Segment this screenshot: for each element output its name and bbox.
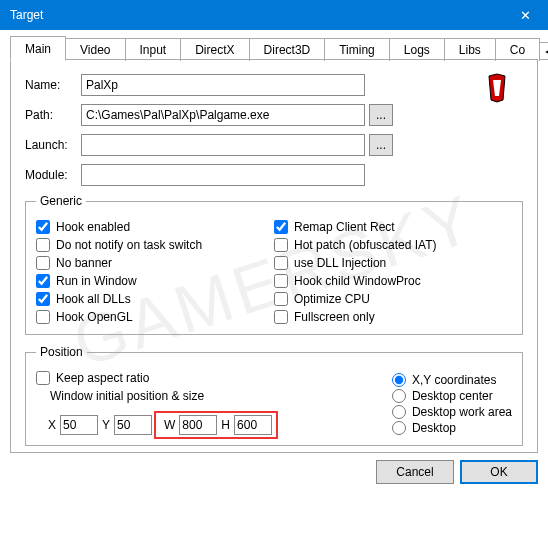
keep-aspect-label: Keep aspect ratio bbox=[56, 371, 149, 385]
path-browse-button[interactable]: ... bbox=[369, 104, 393, 126]
checkbox-right-2[interactable] bbox=[274, 256, 288, 270]
x-label: X bbox=[48, 418, 56, 432]
checkbox-label: Run in Window bbox=[56, 274, 137, 288]
launch-browse-button[interactable]: ... bbox=[369, 134, 393, 156]
tab-more[interactable]: Co bbox=[495, 38, 540, 61]
checkbox-left-5[interactable] bbox=[36, 310, 50, 324]
position-radio-3[interactable] bbox=[392, 421, 406, 435]
w-field[interactable] bbox=[179, 415, 217, 435]
radio-label: Desktop bbox=[412, 421, 456, 435]
ok-button[interactable]: OK bbox=[460, 460, 538, 484]
position-radio-2[interactable] bbox=[392, 405, 406, 419]
size-label: Window initial position & size bbox=[50, 389, 372, 403]
checkbox-label: Hook child WindowProc bbox=[294, 274, 421, 288]
tab-input[interactable]: Input bbox=[125, 38, 182, 61]
position-group: Position Keep aspect ratio Window initia… bbox=[25, 345, 523, 446]
tab-direct3d[interactable]: Direct3D bbox=[249, 38, 326, 61]
tab-libs[interactable]: Libs bbox=[444, 38, 496, 61]
checkbox-right-4[interactable] bbox=[274, 292, 288, 306]
tab-directx[interactable]: DirectX bbox=[180, 38, 249, 61]
module-label: Module: bbox=[25, 168, 81, 182]
w-label: W bbox=[164, 418, 175, 432]
module-field[interactable] bbox=[81, 164, 365, 186]
position-legend: Position bbox=[36, 345, 87, 359]
generic-legend: Generic bbox=[36, 194, 86, 208]
checkbox-label: Do not notify on task switch bbox=[56, 238, 202, 252]
x-field[interactable] bbox=[60, 415, 98, 435]
app-icon bbox=[481, 72, 513, 104]
checkbox-label: Hook all DLLs bbox=[56, 292, 131, 306]
cancel-button[interactable]: Cancel bbox=[376, 460, 454, 484]
tab-main[interactable]: Main bbox=[10, 36, 66, 61]
checkbox-label: Hook enabled bbox=[56, 220, 130, 234]
radio-label: Desktop work area bbox=[412, 405, 512, 419]
checkbox-left-1[interactable] bbox=[36, 238, 50, 252]
size-highlight: W H bbox=[154, 411, 278, 439]
y-label: Y bbox=[102, 418, 110, 432]
position-radio-1[interactable] bbox=[392, 389, 406, 403]
h-label: H bbox=[221, 418, 230, 432]
checkbox-left-2[interactable] bbox=[36, 256, 50, 270]
generic-group: Generic Hook enabledDo not notify on tas… bbox=[25, 194, 523, 335]
close-icon[interactable]: ✕ bbox=[503, 0, 548, 30]
tab-timing[interactable]: Timing bbox=[324, 38, 390, 61]
checkbox-right-5[interactable] bbox=[274, 310, 288, 324]
tab-scroll-left-icon[interactable]: ◂ bbox=[539, 42, 548, 60]
checkbox-label: Hook OpenGL bbox=[56, 310, 133, 324]
checkbox-right-0[interactable] bbox=[274, 220, 288, 234]
y-field[interactable] bbox=[114, 415, 152, 435]
launch-label: Launch: bbox=[25, 138, 81, 152]
launch-field[interactable] bbox=[81, 134, 365, 156]
name-label: Name: bbox=[25, 78, 81, 92]
path-field[interactable] bbox=[81, 104, 365, 126]
checkbox-label: Hot patch (obfuscated IAT) bbox=[294, 238, 437, 252]
window-title: Target bbox=[10, 8, 503, 22]
tab-logs[interactable]: Logs bbox=[389, 38, 445, 61]
checkbox-label: No banner bbox=[56, 256, 112, 270]
tab-video[interactable]: Video bbox=[65, 38, 125, 61]
checkbox-left-4[interactable] bbox=[36, 292, 50, 306]
checkbox-right-3[interactable] bbox=[274, 274, 288, 288]
position-radio-0[interactable] bbox=[392, 373, 406, 387]
checkbox-label: Remap Client Rect bbox=[294, 220, 395, 234]
checkbox-left-0[interactable] bbox=[36, 220, 50, 234]
checkbox-right-1[interactable] bbox=[274, 238, 288, 252]
radio-label: Desktop center bbox=[412, 389, 493, 403]
path-label: Path: bbox=[25, 108, 81, 122]
name-field[interactable] bbox=[81, 74, 365, 96]
tab-strip: Main Video Input DirectX Direct3D Timing… bbox=[0, 30, 548, 60]
titlebar: Target ✕ bbox=[0, 0, 548, 30]
checkbox-label: Fullscreen only bbox=[294, 310, 375, 324]
checkbox-label: Optimize CPU bbox=[294, 292, 370, 306]
keep-aspect-checkbox[interactable] bbox=[36, 371, 50, 385]
checkbox-left-3[interactable] bbox=[36, 274, 50, 288]
checkbox-label: use DLL Injection bbox=[294, 256, 386, 270]
h-field[interactable] bbox=[234, 415, 272, 435]
radio-label: X,Y coordinates bbox=[412, 373, 497, 387]
